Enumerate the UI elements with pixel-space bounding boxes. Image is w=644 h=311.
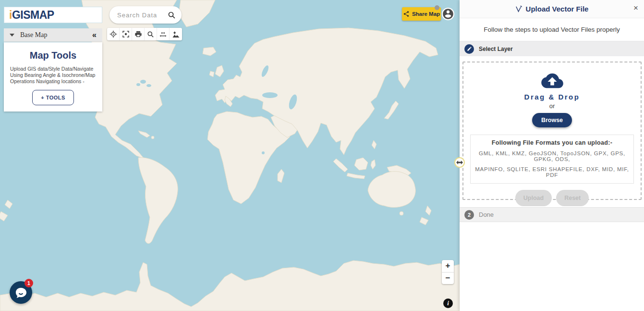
base-map-bar[interactable]: Base Map « [4,28,102,42]
formats-title: Following File Formats you can upload:- [473,139,632,146]
step2-label: Done [479,211,494,218]
account-button[interactable] [442,8,454,20]
center-focus-icon [122,30,130,38]
base-map-label: Base Map [20,31,92,39]
chat-unread-badge: 1 [24,279,33,287]
vector-icon [515,5,522,12]
map-canvas[interactable]: iGISMAP Base Map « Map Tools Upload GIS … [0,0,460,311]
notification-dot [435,5,439,10]
dropdown-arrow-icon [10,34,14,37]
upload-button[interactable]: Upload [515,190,552,206]
map-tools-description: Upload GIS data/Style Data/Navigate Usin… [4,66,102,85]
formats-line-2: MAPINFO, SQLITE, ESRI SHAPEFILE, DXF, MI… [473,166,632,178]
resize-arrows-icon [456,160,463,165]
drag-drop-label: Drag & Drop [463,93,641,101]
reset-button[interactable]: Reset [556,190,589,206]
zoom-search-icon [147,31,154,38]
file-formats-box: Following File Formats you can upload:- … [470,135,634,184]
close-icon[interactable]: × [633,4,638,12]
map-tools-title: Map Tools [4,50,102,61]
panel-title: Upload Vector File [515,5,589,13]
center-focus-button[interactable] [120,28,132,40]
zoom-search-button[interactable] [145,28,157,40]
logo-text: iGISMAP [9,9,54,22]
measure-distance-icon [159,30,167,38]
upload-vector-panel: Upload Vector File × Follow the steps to… [460,0,644,311]
share-icon [403,11,410,17]
logo[interactable]: iGISMAP [4,7,102,23]
collapse-sidebar-icon[interactable]: « [92,31,97,39]
cloud-upload-icon [541,72,564,90]
map-tools-card: Map Tools Upload GIS data/Style Data/Nav… [4,42,102,112]
formats-line-1: GML, KML, KMZ, GeoJSON, TopoJSON, GPX, G… [473,150,632,162]
step1-label: Select Layer [479,46,513,52]
account-icon [442,8,454,20]
or-label: or [463,102,641,110]
tools-button[interactable]: + TOOLS [32,90,74,105]
zoom-out-button[interactable]: − [442,273,454,285]
step-done: 2 Done [460,207,644,222]
file-dropzone[interactable]: Drag & Drop or Browse Following File For… [462,62,642,200]
zoom-control: + − [442,260,454,284]
share-map-label: Share Map [412,11,440,17]
panel-header: Upload Vector File × [460,0,644,18]
elevation-icon [172,30,180,38]
search-bar [109,6,182,24]
step2-number-badge: 2 [464,210,474,220]
panel-subtitle: Follow the steps to upload Vector Files … [460,18,644,41]
search-icon[interactable] [168,11,176,19]
map-toolbar [107,28,182,40]
edit-step-icon [464,44,474,54]
measure-distance-button[interactable] [157,28,170,40]
igismap-app: iGISMAP Base Map « Map Tools Upload GIS … [0,0,644,311]
browse-button[interactable]: Browse [532,113,572,127]
print-icon [134,30,142,38]
print-button[interactable] [132,28,145,40]
step-select-layer[interactable]: Select Layer [460,41,644,56]
elevation-button[interactable] [170,28,182,40]
pencil-icon [467,46,472,51]
panel-resize-handle[interactable] [454,157,465,168]
search-input[interactable] [117,12,168,19]
chat-bubble-icon [14,286,27,299]
dropzone-actions: Upload Reset [463,190,641,206]
my-location-button[interactable] [107,28,120,40]
my-location-icon [109,30,117,38]
zoom-in-button[interactable]: + [442,260,454,273]
attribution-info-button[interactable]: i [443,299,453,308]
